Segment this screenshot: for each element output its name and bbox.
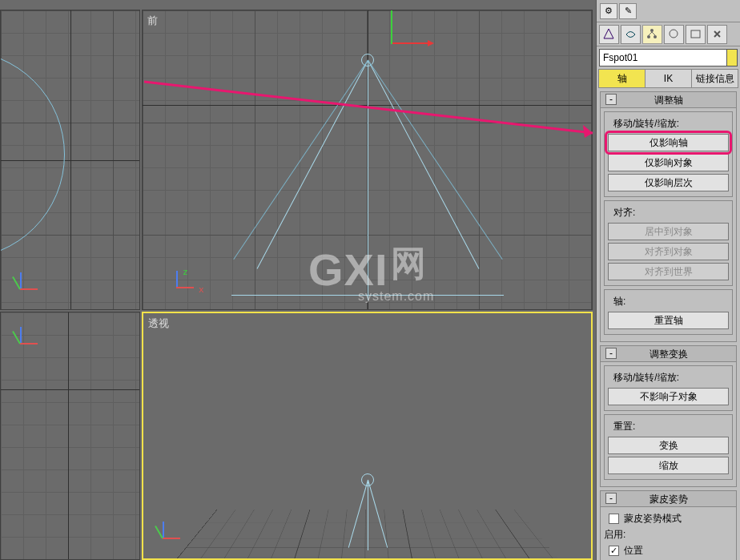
display-tab-icon[interactable] (686, 25, 706, 44)
affect-object-only-button[interactable]: 仅影响对象 (608, 154, 729, 171)
viewport-front[interactable]: 前 z x (142, 10, 593, 310)
tool-icon[interactable]: ⚙ (600, 3, 617, 19)
rollout-adjust-pivot: 调整轴 移动/旋转/缩放: 仅影响轴 仅影响对象 仅影响层次 对齐: 居中到对象… (600, 91, 737, 342)
align-to-object-button[interactable]: 对齐到对象 (608, 243, 729, 260)
create-tab-icon[interactable] (599, 25, 619, 44)
rollout-skin-pose: 蒙皮姿势 蒙皮姿势模式 启用: ✓ 位置 ✓ 旋转 ✓ (600, 490, 737, 560)
position-label: 位置 (624, 544, 643, 558)
spotlight-centerline (368, 480, 368, 550)
toolbar-top: ⚙ ✎ (597, 0, 740, 22)
object-color-swatch[interactable] (727, 49, 738, 66)
reset-scale-button[interactable]: 缩放 (608, 457, 729, 474)
reset-transform-button[interactable]: 变换 (608, 437, 729, 454)
tool-icon[interactable]: ✎ (619, 3, 637, 19)
axis-v (70, 10, 71, 309)
group-reset: 重置: 变换 缩放 (604, 414, 733, 480)
axis-label-x: x (199, 284, 204, 295)
svg-point-2 (650, 29, 654, 32)
group-move-rotate-scale: 移动/旋转/缩放: 仅影响轴 仅影响对象 仅影响层次 (604, 111, 733, 197)
svg-point-5 (670, 30, 678, 38)
affect-hierarchy-only-button[interactable]: 仅影响层次 (608, 174, 729, 191)
spotlight-centerline (368, 60, 368, 300)
group-align: 对齐: 居中到对象 对齐到对象 对齐到世界 (604, 200, 733, 286)
rollout-header[interactable]: 蒙皮姿势 (601, 491, 736, 507)
group-legend: 移动/旋转/缩放: (611, 117, 682, 131)
modify-tab-icon[interactable] (621, 25, 641, 44)
axis-h (1, 389, 139, 390)
viewport-label: 前 (147, 14, 158, 28)
svg-point-4 (654, 35, 657, 38)
tab-link-info[interactable]: 链接信息 (692, 69, 738, 88)
axis-tripod (168, 268, 197, 296)
viewport-perspective[interactable]: 透视 (142, 312, 593, 560)
align-to-world-button[interactable]: 对齐到世界 (608, 263, 729, 280)
command-panel: ⚙ ✎ 轴 IK 链接信息 调整轴 移动/旋转/缩放: 仅影响轴 (596, 0, 740, 560)
enable-label: 启用: (604, 528, 625, 542)
group-axis: 轴: 重置轴 (604, 289, 733, 335)
group-legend: 轴: (611, 295, 628, 308)
skin-pose-mode-label: 蒙皮姿势模式 (624, 512, 682, 526)
axis-tripod (12, 324, 41, 353)
axis-tripod (155, 518, 183, 547)
position-checkbox[interactable]: ✓ (609, 546, 619, 556)
tab-pivot[interactable]: 轴 (598, 69, 645, 88)
panel-tab-icons (597, 22, 740, 46)
svg-rect-6 (691, 30, 700, 38)
group-legend: 对齐: (611, 206, 637, 220)
rollout-header[interactable]: 调整变换 (601, 346, 736, 362)
dont-affect-children-button[interactable]: 不影响子对象 (608, 388, 729, 405)
viewport-label: 透视 (148, 316, 169, 331)
hierarchy-tab-icon[interactable] (642, 25, 662, 44)
affect-pivot-only-button[interactable]: 仅影响轴 (608, 134, 729, 151)
group-legend: 移动/旋转/缩放: (611, 371, 682, 385)
viewport-bottom-left[interactable] (0, 312, 140, 560)
viewport-top-left[interactable] (0, 10, 140, 310)
svg-point-3 (647, 35, 650, 38)
rollout-adjust-transform: 调整变换 移动/旋转/缩放: 不影响子对象 重置: 变换 缩放 (600, 345, 737, 487)
group-legend: 重置: (611, 420, 637, 433)
utilities-tab-icon[interactable] (707, 25, 727, 44)
axis-tripod (12, 269, 41, 298)
object-name-input[interactable] (599, 49, 727, 66)
spotlight-cone-base (231, 295, 504, 296)
tab-ik[interactable]: IK (645, 69, 692, 88)
center-to-object-button[interactable]: 居中到对象 (608, 223, 729, 240)
axis-v (68, 312, 69, 559)
reset-pivot-button[interactable]: 重置轴 (608, 312, 729, 329)
rollout-header[interactable]: 调整轴 (601, 92, 736, 108)
motion-tab-icon[interactable] (664, 25, 684, 44)
group-move-rotate-scale-2: 移动/旋转/缩放: 不影响子对象 (604, 365, 733, 411)
skin-pose-mode-checkbox[interactable] (609, 514, 619, 524)
